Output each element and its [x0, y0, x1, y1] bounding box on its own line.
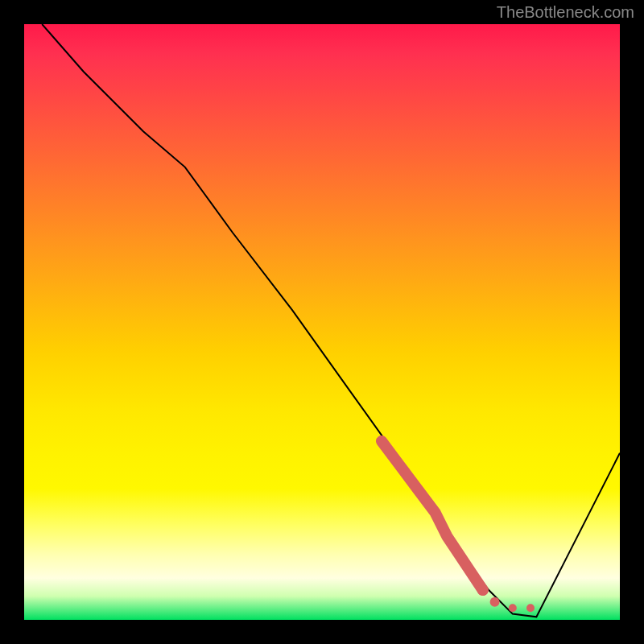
main-curve [42, 24, 620, 617]
marker-thick-segment [382, 441, 483, 590]
chart-area [24, 24, 620, 620]
chart-svg [24, 24, 620, 620]
marker-dot [490, 597, 500, 607]
marker-dot [509, 604, 517, 612]
marker-layer [382, 441, 535, 612]
marker-dot [477, 584, 489, 596]
watermark-text: TheBottleneck.com [497, 3, 634, 22]
curve-layer [42, 24, 620, 617]
marker-dot [526, 604, 535, 612]
